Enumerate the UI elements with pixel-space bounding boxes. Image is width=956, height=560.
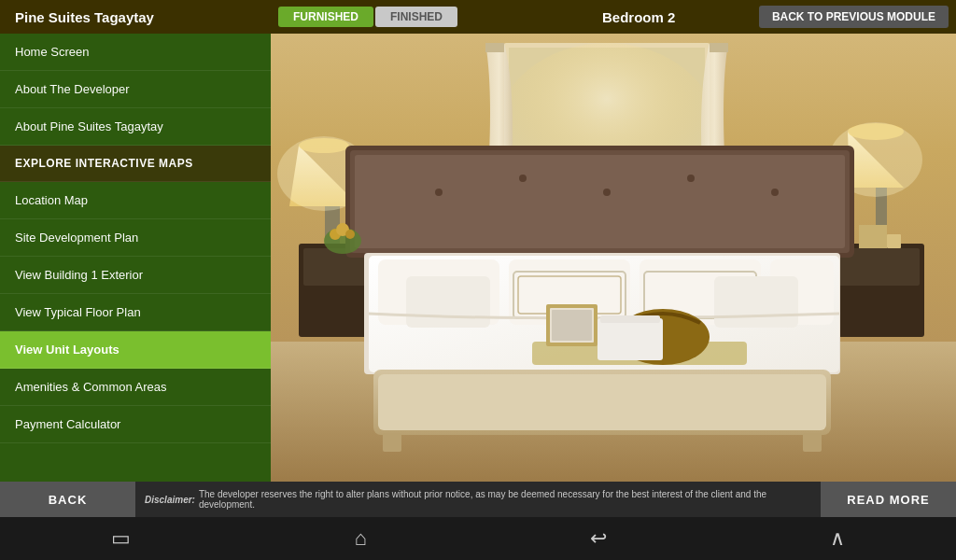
svg-point-50 [345,230,355,239]
svg-rect-39 [552,310,592,341]
sidebar-item-view-unit-layouts[interactable]: View Unit Layouts [0,331,271,369]
svg-rect-41 [598,318,663,360]
finished-toggle[interactable]: FINISHED [375,7,457,27]
svg-rect-19 [355,155,845,248]
disclaimer-bar: Disclaimer: The developer reserves the r… [135,482,821,517]
sidebar-item-home-screen[interactable]: Home Screen [0,34,271,71]
svg-point-21 [519,175,527,182]
disclaimer-text: The developer reserves the right to alte… [199,489,811,510]
disclaimer-label: Disclaimer: [145,495,195,505]
back-button[interactable]: BACK [0,482,135,517]
bottom-bar: BACK Disclaimer: The developer reserves … [0,482,956,517]
svg-rect-44 [378,374,826,430]
home-icon[interactable]: ⌂ [354,526,366,551]
svg-point-23 [687,175,695,182]
svg-point-20 [435,189,443,196]
app-title: Pine Suites Tagaytay [0,9,271,25]
image-area [271,34,956,482]
toggle-group: FURNISHED FINISHED [271,7,518,27]
sidebar-item-amenities[interactable]: Amenities & Common Areas [0,369,271,406]
back-to-module-button[interactable]: BACK TO PREVIOUS MODULE [759,6,949,28]
read-more-button[interactable]: READ MORE [821,482,956,517]
top-bar: Pine Suites Tagaytay FURNISHED FINISHED … [0,0,956,34]
svg-rect-12 [859,225,887,248]
svg-point-22 [603,189,611,196]
sidebar-item-site-dev-plan[interactable]: Site Development Plan [0,219,271,257]
svg-rect-42 [600,315,660,323]
svg-rect-46 [803,433,822,452]
scroll-up-icon[interactable]: ∧ [830,526,845,551]
sidebar-item-explore-maps: EXPLORE INTERACTIVE MAPS [0,146,271,182]
room-title: Bedroom 2 [518,9,758,25]
android-nav-bar: ▭ ⌂ ↩ ∧ [0,517,956,560]
sidebar: Home ScreenAbout The DeveloperAbout Pine… [0,34,271,482]
sidebar-item-location-map[interactable]: Location Map [0,182,271,219]
back-icon[interactable]: ↩ [590,526,607,551]
recent-apps-icon[interactable]: ▭ [111,526,131,551]
furnished-toggle[interactable]: FURNISHED [278,7,373,27]
svg-rect-34 [406,276,490,328]
svg-rect-45 [383,433,401,452]
sidebar-item-about-pine[interactable]: About Pine Suites Tagaytay [0,108,271,146]
sidebar-item-payment-calculator[interactable]: Payment Calculator [0,406,271,443]
sidebar-item-view-floor-plan[interactable]: View Typical Floor Plan [0,294,271,331]
svg-rect-13 [887,234,901,248]
main-content: Home ScreenAbout The DeveloperAbout Pine… [0,34,956,482]
sidebar-item-view-building[interactable]: View Building 1 Exterior [0,257,271,294]
sidebar-item-about-developer[interactable]: About The Developer [0,71,271,108]
svg-rect-35 [714,276,798,328]
svg-point-24 [771,189,779,196]
